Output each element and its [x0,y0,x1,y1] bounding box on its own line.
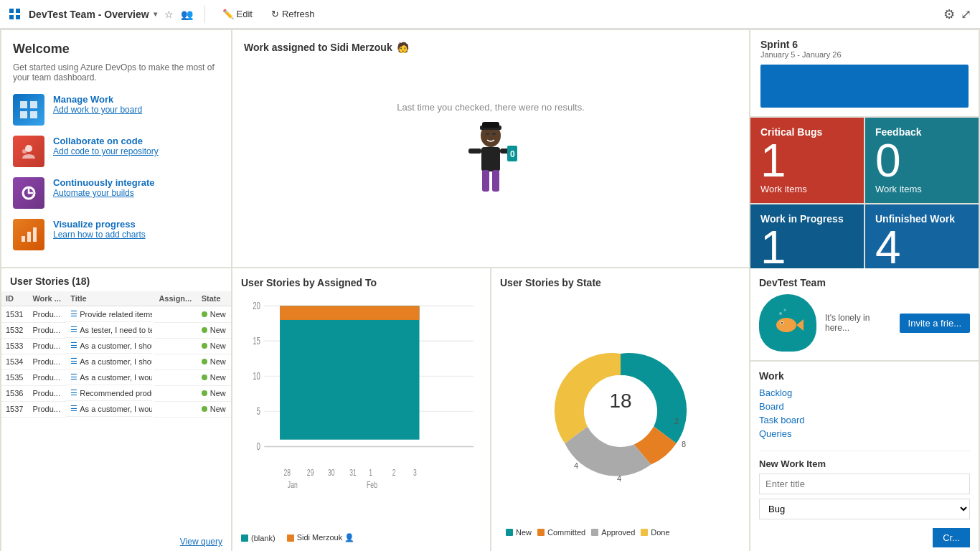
welcome-item-ci: Continuously integrate Automate your bui… [13,177,220,209]
empty-message: Last time you checked, there were no res… [397,102,585,113]
bar-chart-title: User Stories by Assigned To [241,277,481,288]
refresh-button[interactable]: ↻ Refresh [265,6,321,22]
table-row[interactable]: 1533 Produ... ☰As a customer, I should .… [1,338,231,354]
svg-text:4: 4 [574,461,578,470]
legend-committed: Committed [537,528,585,537]
ci-link[interactable]: Automate your builds [53,188,155,198]
edit-button[interactable]: ✏️ Edit [217,6,258,22]
settings-icon[interactable]: ⚙ [943,6,955,22]
svg-rect-5 [30,101,37,108]
svg-point-57 [781,322,783,324]
svg-text:2: 2 [392,468,396,478]
table-row[interactable]: 1537 Produ... ☰As a customer, I would li… [1,401,231,417]
board-link[interactable]: Board [759,401,970,412]
work-links-panel: Work Backlog Board Task board Queries Ne… [750,362,979,551]
kpi-critical-bugs[interactable]: Critical Bugs 1 Work items [750,118,864,203]
table-row[interactable]: 1534 Produ... ☰As a customer, I should .… [1,354,231,369]
devtest-title: DevTest Team [759,277,970,288]
svg-text:4: 4 [617,474,621,483]
welcome-item-viz: Visualize progress Learn how to add char… [13,219,220,250]
col-id[interactable]: ID [1,291,28,306]
svg-point-9 [22,149,27,154]
welcome-desc: Get started using Azure DevOps to make t… [13,62,220,83]
svg-text:5: 5 [257,405,260,418]
kpi-feedback-value: 0 [875,138,969,184]
col-work[interactable]: Work ... [28,291,66,306]
donut-svg: 18 2 8 4 4 [534,332,707,490]
svg-text:31: 31 [349,468,357,478]
team-icon[interactable]: 👥 [181,9,193,20]
manage-icon [13,94,44,126]
welcome-panel: Welcome Get started using Azure DevOps t… [1,30,231,267]
new-wi-title-input[interactable] [759,474,970,494]
queries-link[interactable]: Queries [759,428,970,439]
taskboard-link[interactable]: Task board [759,415,970,425]
table-row[interactable]: 1532 Produ... ☰As tester, I need to test… [1,322,231,338]
collab-link[interactable]: Add code to your repository [53,146,159,156]
new-work-item-section: New Work Item Bug Cr... [759,451,970,519]
svg-rect-2 [9,15,14,19]
favorite-icon[interactable]: ☆ [164,9,174,20]
bar-chart-area: 0 5 10 15 20 28 29 30 31 1 2 3 [241,294,481,529]
legend-sidi: Sidi Merzouk 👤 [287,533,355,542]
kpi-wip-value: 1 [760,225,854,270]
col-title[interactable]: Title [66,291,154,306]
svg-rect-12 [27,232,31,242]
sprint-panel: Sprint 6 January 5 - January 26 [750,30,979,116]
table-row[interactable]: 1531 Produ... ☰Provide related items or … [1,306,231,323]
user-stories-title: User Stories (18) [10,276,90,287]
svg-text:0: 0 [257,441,260,453]
work-links-list: Backlog Board Task board Queries [759,387,970,439]
expand-icon[interactable]: ⤢ [961,6,971,22]
svg-rect-16 [482,122,499,128]
svg-text:0: 0 [510,149,515,159]
svg-rect-37 [280,306,420,320]
ci-heading: Continuously integrate [53,177,155,188]
col-assign[interactable]: Assign... [154,291,197,306]
legend-new: New [506,528,532,537]
manage-work-link[interactable]: Add work to your board [53,105,142,115]
backlog-link[interactable]: Backlog [759,387,970,398]
svg-rect-11 [22,236,25,242]
devtest-body: It's lonely in here... Invite a frie... [759,294,970,352]
fishbowl-icon [759,294,816,352]
kpi-feedback[interactable]: Feedback 0 Work items [865,118,979,203]
bar-chart-svg: 0 5 10 15 20 28 29 30 31 1 2 3 [241,294,481,529]
svg-rect-1 [16,9,20,13]
legend-blank-dot [241,534,248,542]
user-stories-panel: User Stories (18) ID Work ... Title Assi… [1,268,231,551]
viz-heading: Visualize progress [53,219,146,230]
title-chevron-icon[interactable]: ▾ [154,10,157,18]
svg-rect-3 [16,15,20,19]
assigned-panel: Work assigned to Sidi Merzouk 🧑 Last tim… [232,30,749,267]
svg-rect-7 [30,111,37,118]
refresh-icon: ↻ [271,9,279,19]
sprint-dates: January 5 - January 26 [760,50,969,59]
invite-button[interactable]: Invite a frie... [900,314,970,333]
donut-chart-title: User Stories by State [500,277,740,288]
svg-rect-0 [9,9,14,13]
svg-rect-6 [20,111,27,118]
kpi-critical-bugs-value: 1 [760,138,854,184]
donut-legend: New Committed Approved Done [500,528,740,542]
fish-svg [766,305,809,341]
sprint-title: Sprint 6 [760,39,969,50]
topbar: DevTest Team - Overview ▾ ☆ 👥 ✏️ Edit ↻ … [0,0,980,29]
table-row[interactable]: 1535 Produ... ☰As a customer, I would li… [1,369,231,385]
user-stories-table: ID Work ... Title Assign... State 1531 P… [1,291,231,532]
new-wi-type-select[interactable]: Bug [759,499,970,519]
sprint-bar [760,65,969,108]
right-top-section: Sprint 6 January 5 - January 26 Critical… [750,30,979,267]
table-row[interactable]: 1536 Produ... ☰Recommended products... N… [1,385,231,401]
view-query-link[interactable]: View query [1,532,231,551]
create-button[interactable]: Cr... [933,528,970,547]
svg-text:29: 29 [307,468,314,478]
viz-link[interactable]: Learn how to add charts [53,230,146,240]
bar-chart-panel: User Stories by Assigned To 0 5 10 15 20 [232,268,490,551]
svg-rect-17 [481,147,500,171]
kpi-feedback-sub: Work items [875,184,969,194]
page-title: DevTest Team - Overview ▾ [29,9,157,20]
col-state[interactable]: State [197,291,231,306]
collab-heading: Collaborate on code [53,136,159,146]
collab-icon [13,136,44,167]
